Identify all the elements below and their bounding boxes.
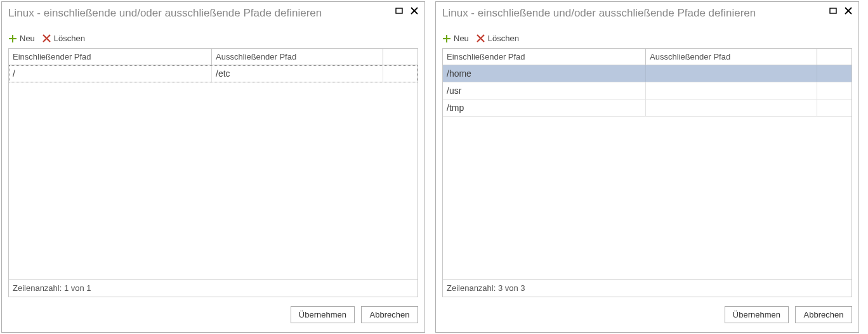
table-row[interactable]: /usr bbox=[443, 82, 852, 100]
cell-exclude[interactable] bbox=[646, 100, 817, 116]
column-exclude[interactable]: Ausschließender Pfad bbox=[212, 49, 383, 65]
svg-rect-7 bbox=[830, 8, 836, 13]
delete-label: Löschen bbox=[488, 34, 519, 43]
new-button[interactable]: Neu bbox=[442, 34, 469, 43]
grid-body[interactable]: / /etc bbox=[9, 65, 418, 279]
window-controls bbox=[394, 6, 419, 16]
cell-actions[interactable] bbox=[817, 65, 852, 82]
close-icon[interactable] bbox=[409, 6, 419, 16]
maximize-icon[interactable] bbox=[394, 6, 404, 16]
cell-actions[interactable] bbox=[817, 100, 852, 116]
cancel-button[interactable]: Abbrechen bbox=[795, 306, 852, 323]
x-icon bbox=[43, 34, 51, 43]
path-dialog: Linux - einschließende und/oder ausschli… bbox=[435, 1, 859, 333]
close-icon[interactable] bbox=[843, 6, 853, 16]
plus-icon bbox=[442, 34, 451, 43]
column-include[interactable]: Einschließender Pfad bbox=[9, 49, 212, 65]
grid-header: Einschließender Pfad Ausschließender Pfa… bbox=[9, 49, 418, 65]
delete-button[interactable]: Löschen bbox=[477, 34, 519, 43]
maximize-icon[interactable] bbox=[828, 6, 838, 16]
new-label: Neu bbox=[20, 34, 35, 43]
cell-exclude[interactable] bbox=[646, 65, 817, 82]
row-count: Zeilenanzahl: 1 von 1 bbox=[9, 279, 418, 297]
cell-exclude[interactable] bbox=[646, 82, 817, 99]
cell-include[interactable]: /tmp bbox=[443, 100, 646, 116]
cell-include[interactable]: /usr bbox=[443, 82, 646, 99]
table-row[interactable]: / /etc bbox=[9, 65, 418, 82]
grid-header: Einschließender Pfad Ausschließender Pfa… bbox=[443, 49, 852, 65]
column-exclude[interactable]: Ausschließender Pfad bbox=[646, 49, 817, 65]
column-include[interactable]: Einschließender Pfad bbox=[443, 49, 646, 65]
dialog-buttons: Übernehmen Abbrechen bbox=[436, 297, 858, 332]
cell-actions[interactable] bbox=[383, 65, 418, 82]
titlebar: Linux - einschließende und/oder ausschli… bbox=[2, 2, 424, 22]
apply-button[interactable]: Übernehmen bbox=[291, 306, 355, 323]
delete-button[interactable]: Löschen bbox=[43, 34, 85, 43]
path-dialog: Linux - einschließende und/oder ausschli… bbox=[1, 1, 425, 333]
row-count: Zeilenanzahl: 3 von 3 bbox=[443, 279, 852, 297]
window-controls bbox=[828, 6, 853, 16]
table-row[interactable]: /home bbox=[443, 65, 852, 82]
path-grid: Einschließender Pfad Ausschließender Pfa… bbox=[442, 48, 852, 297]
column-actions bbox=[817, 49, 852, 65]
apply-button[interactable]: Übernehmen bbox=[725, 306, 789, 323]
x-icon bbox=[477, 34, 485, 43]
titlebar: Linux - einschließende und/oder ausschli… bbox=[436, 2, 858, 22]
dialog-title: Linux - einschließende und/oder ausschli… bbox=[442, 7, 852, 20]
grid-body[interactable]: /home /usr /tmp bbox=[443, 65, 852, 279]
cell-include[interactable]: /home bbox=[443, 65, 646, 82]
table-row[interactable]: /tmp bbox=[443, 100, 852, 117]
dialog-title: Linux - einschließende und/oder ausschli… bbox=[8, 7, 418, 20]
toolbar: Neu Löschen bbox=[436, 22, 858, 48]
cell-actions[interactable] bbox=[817, 82, 852, 99]
path-grid: Einschließender Pfad Ausschließender Pfa… bbox=[8, 48, 418, 297]
plus-icon bbox=[8, 34, 17, 43]
new-label: Neu bbox=[454, 34, 469, 43]
toolbar: Neu Löschen bbox=[2, 22, 424, 48]
cell-include[interactable]: / bbox=[9, 65, 212, 82]
cancel-button[interactable]: Abbrechen bbox=[361, 306, 418, 323]
new-button[interactable]: Neu bbox=[8, 34, 35, 43]
svg-rect-0 bbox=[396, 8, 402, 13]
cell-exclude[interactable]: /etc bbox=[212, 65, 383, 82]
column-actions bbox=[383, 49, 418, 65]
delete-label: Löschen bbox=[54, 34, 85, 43]
dialog-buttons: Übernehmen Abbrechen bbox=[2, 297, 424, 332]
